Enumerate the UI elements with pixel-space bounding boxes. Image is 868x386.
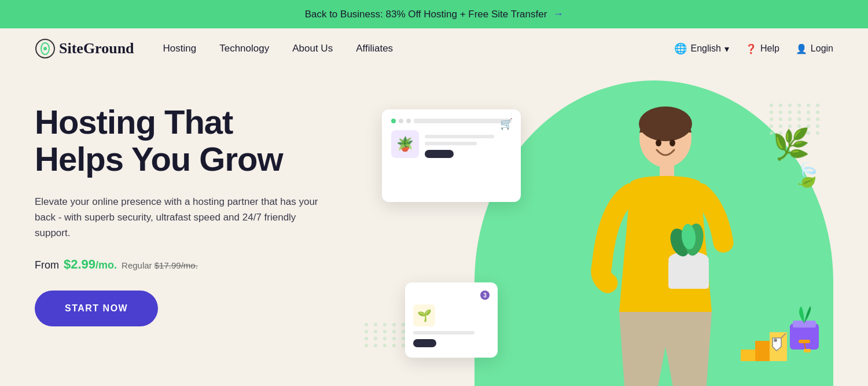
purple-pot-decoration (784, 306, 825, 355)
small-card-line-1 (413, 331, 475, 334)
banner-text: Back to Business: 83% Off Hosting + Free… (305, 9, 547, 20)
help-icon: ❓ (745, 43, 757, 54)
tall-plants-decoration: 🌿 (773, 127, 810, 162)
price-value: $2.99/mo. (64, 257, 117, 272)
start-now-button[interactable]: START NOW (35, 291, 158, 326)
svg-point-21 (774, 339, 777, 342)
translate-icon: 🌐 (674, 42, 687, 55)
hero-right: 🛒 🪴 3 🌱 (359, 92, 833, 386)
svg-rect-7 (668, 260, 709, 289)
svg-point-12 (670, 139, 675, 146)
small-card-pill (413, 339, 436, 347)
hero-section: Hosting That Helps You Grow Elevate your… (0, 69, 868, 386)
hero-person-image (550, 92, 758, 386)
navbar: SiteGround Hosting Technology About Us A… (0, 28, 868, 69)
hero-price: From $2.99/mo. Regular $17.99/mo. (35, 257, 359, 272)
language-label: English (690, 43, 720, 54)
card-line-1 (425, 135, 494, 138)
svg-rect-14 (793, 321, 816, 328)
badge-number: 3 (480, 291, 490, 300)
card-dot-1 (391, 119, 396, 123)
chevron-down-icon: ▾ (724, 43, 729, 54)
plant-illustration-large: 🪴 (391, 130, 419, 158)
user-icon: 👤 (796, 43, 807, 54)
small-product-card: 3 🌱 (405, 282, 498, 358)
leaf-decoration: 🍃 (793, 161, 822, 189)
price-regular: Regular $17.99/mo. (122, 260, 198, 270)
nav-link-affiliates[interactable]: Affiliates (356, 43, 393, 54)
card-content-row: 🪴 (391, 130, 512, 158)
logo[interactable]: SiteGround (35, 38, 134, 59)
svg-point-11 (656, 139, 661, 146)
hero-description: Elevate your online presence with a host… (35, 194, 324, 241)
nav-right: 🌐 English ▾ ❓ Help 👤 Login (674, 42, 833, 55)
svg-rect-17 (804, 349, 811, 352)
logo-icon (35, 38, 56, 59)
person-svg (550, 92, 758, 386)
steps-decoration (741, 326, 787, 363)
nav-link-hosting[interactable]: Hosting (163, 43, 197, 54)
card-dots-row (391, 119, 512, 123)
card-pill (425, 150, 454, 158)
nav-links: Hosting Technology About Us Affiliates (163, 43, 675, 54)
small-card-header: 3 (413, 291, 490, 300)
nav-link-technology[interactable]: Technology (219, 43, 269, 54)
cart-icon: 🛒 (500, 117, 513, 130)
dots-pattern-bottom-left (365, 323, 405, 363)
login-label: Login (811, 43, 833, 54)
browser-mockup-card: 🛒 🪴 (382, 109, 521, 202)
language-selector[interactable]: 🌐 English ▾ (674, 42, 729, 55)
card-dot-2 (399, 119, 403, 123)
url-bar (414, 119, 512, 123)
help-button[interactable]: ❓ Help (745, 43, 779, 54)
card-text-lines (425, 135, 512, 158)
card-dot-3 (406, 119, 411, 123)
hero-title: Hosting That Helps You Grow (35, 104, 359, 178)
card-line-2 (425, 142, 477, 145)
top-banner[interactable]: Back to Business: 83% Off Hosting + Free… (0, 0, 868, 28)
price-from-label: From (35, 259, 59, 271)
svg-point-2 (43, 47, 47, 50)
banner-arrow: → (553, 8, 563, 20)
nav-link-about-us[interactable]: About Us (292, 43, 333, 54)
plant-illustration-small: 🌱 (413, 304, 435, 326)
login-button[interactable]: 👤 Login (796, 43, 833, 54)
hero-left: Hosting That Helps You Grow Elevate your… (35, 92, 359, 386)
logo-text: SiteGround (59, 40, 134, 57)
help-label: Help (760, 43, 779, 54)
svg-rect-15 (799, 340, 810, 343)
